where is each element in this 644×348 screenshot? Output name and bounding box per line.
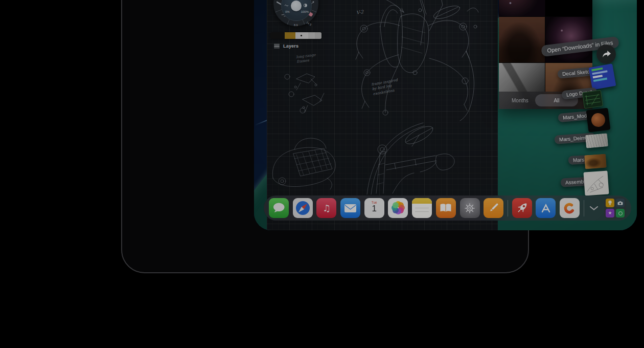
dock: ♫ Tue 1 [264, 195, 631, 221]
dock-icon-messages[interactable] [269, 198, 289, 218]
rocket-icon [512, 198, 532, 218]
drag-thumb-mars-surface[interactable] [584, 154, 607, 169]
mini-app-timer [616, 209, 625, 217]
drag-thumb-logo-detail[interactable] [582, 90, 603, 109]
notes-header [412, 198, 432, 204]
compass-icon [293, 198, 313, 218]
dock-divider [584, 200, 584, 216]
dock-icon-books[interactable] [436, 198, 456, 218]
timer-ring-icon [618, 211, 623, 215]
gear-icon [464, 202, 476, 214]
ipad-screen: connect to solar comms + satellite V-2 l… [254, 0, 637, 230]
dock-icon-rocket[interactable] [512, 198, 532, 218]
music-note-icon: ♫ [323, 203, 331, 213]
dock-app-cluster[interactable]: ★ [604, 197, 626, 219]
ipad-device: connect to solar comms + satellite V-2 l… [121, 0, 529, 273]
drag-thumb-assembly[interactable] [583, 170, 609, 195]
drag-thumb-mars-model[interactable] [586, 108, 611, 133]
drag-thumb-decal-sketches[interactable] [589, 63, 616, 90]
dock-chevron-button[interactable] [588, 206, 600, 210]
forward-arrow-icon [602, 50, 611, 58]
photos-flower-icon [388, 198, 408, 218]
pen-icon [484, 198, 503, 218]
open-book-icon [440, 203, 452, 213]
dock-icon-photos[interactable] [388, 198, 408, 218]
dock-divider [508, 200, 508, 216]
drag-thumb-mars-deimos[interactable] [585, 133, 608, 148]
dock-icon-concepts[interactable] [560, 198, 580, 218]
dock-icon-calendar[interactable]: Tue 1 [364, 198, 384, 218]
dock-icon-notes[interactable] [412, 198, 432, 218]
dock-icon-app-store[interactable] [536, 198, 556, 218]
calendar-day: 1 [372, 204, 377, 213]
mini-app-camera [616, 199, 625, 207]
camera-icon [617, 201, 623, 205]
dock-icon-mail[interactable] [340, 198, 360, 218]
dock-icon-safari[interactable] [293, 198, 313, 218]
speech-bubble-icon [269, 198, 289, 218]
dock-icon-settings[interactable] [460, 198, 480, 218]
dock-icon-music[interactable]: ♫ [316, 198, 336, 218]
share-forward-button[interactable] [596, 45, 616, 64]
mini-app-tips [606, 199, 614, 207]
concepts-c-icon [562, 201, 577, 216]
appstore-a-icon [540, 204, 551, 213]
star-icon: ★ [608, 211, 612, 215]
chevron-down-icon [589, 206, 599, 210]
envelope-icon [344, 204, 357, 213]
dock-icon-pages[interactable] [484, 198, 503, 218]
lightbulb-icon [608, 200, 612, 206]
mini-app-star: ★ [606, 209, 614, 217]
